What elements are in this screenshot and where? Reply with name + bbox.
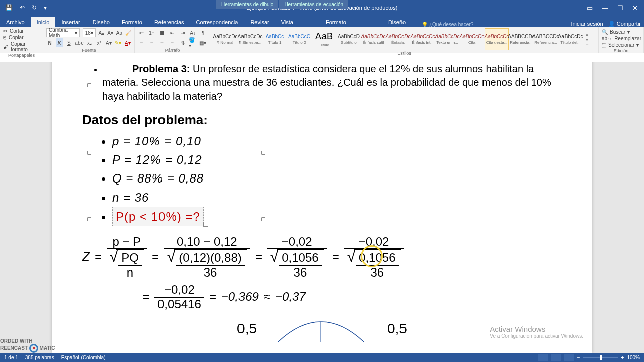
document-area[interactable]: Problema 3: Un profesor de estadística c… bbox=[0, 62, 644, 353]
styles-scroll[interactable]: ▴▾≡ bbox=[586, 28, 589, 50]
sort-icon[interactable]: A↓ bbox=[189, 28, 196, 37]
view-print-icon[interactable] bbox=[551, 354, 561, 361]
textbox-handle[interactable] bbox=[87, 151, 91, 155]
equation-tools-tab[interactable]: Herramientas de ecuación bbox=[279, 0, 348, 9]
bullets-icon[interactable]: •≡ bbox=[138, 28, 145, 37]
numbering-icon[interactable]: 1≡ bbox=[148, 28, 155, 37]
underline-icon[interactable]: S bbox=[65, 38, 72, 47]
style-item[interactable]: AABBCCDcReferencia... bbox=[509, 28, 533, 50]
drawing-tools-tab[interactable]: Herramientas de dibujo bbox=[216, 0, 278, 9]
find-button[interactable]: 🔍 Buscar ▾ bbox=[602, 29, 640, 35]
textbox-handle[interactable] bbox=[87, 83, 91, 87]
group-font-label: Fuente bbox=[46, 47, 131, 53]
borders-icon[interactable]: ▦▾ bbox=[199, 38, 207, 47]
maximize-icon[interactable]: ☐ bbox=[617, 4, 623, 12]
style-item[interactable]: AaBbCcDcÉnfasis sutil bbox=[361, 28, 385, 50]
equation-selected[interactable]: P(p < 10%) =? bbox=[112, 207, 204, 226]
format-painter-button[interactable]: 🖌 Copiar formato bbox=[3, 41, 40, 52]
style-item[interactable]: AABBCCDcReferencia... bbox=[534, 28, 558, 50]
multilevel-icon[interactable]: ≣ bbox=[158, 28, 166, 37]
change-case-icon[interactable]: Aa bbox=[116, 28, 122, 37]
font-name-combo[interactable]: Cambria Math ▾ bbox=[46, 28, 80, 37]
shading-icon[interactable]: 🪣▾ bbox=[189, 38, 196, 47]
highlight-icon[interactable]: ✎▾ bbox=[115, 38, 122, 47]
shrink-font-icon[interactable]: A▾ bbox=[107, 28, 114, 37]
decrease-indent-icon[interactable]: ⇤ bbox=[169, 28, 176, 37]
status-bar: 1 de 1 385 palabras Español (Colombia) −… bbox=[0, 353, 644, 362]
style-item[interactable]: AaBbCcDSubtítulo bbox=[337, 28, 361, 50]
textbox-handle[interactable] bbox=[87, 217, 91, 221]
style-item[interactable]: AaBbCcCTítulo 2 bbox=[287, 28, 311, 50]
style-item[interactable]: AaBTítulo bbox=[312, 28, 336, 50]
undo-icon[interactable]: ↶ bbox=[20, 4, 25, 11]
tab-insertar[interactable]: Insertar bbox=[55, 17, 86, 27]
titlebar: 💾 ↶ ↻ ▾ Ejemplo Actividad 4 - Word (Erro… bbox=[0, 0, 644, 15]
tab-referencias[interactable]: Referencias bbox=[148, 17, 190, 27]
ribbon-options-icon[interactable]: ▭ bbox=[587, 4, 593, 12]
strike-icon[interactable]: abc bbox=[75, 38, 83, 47]
sign-in-link[interactable]: Iniciar sesión bbox=[571, 21, 603, 27]
font-color-icon[interactable]: A▾ bbox=[124, 38, 131, 47]
zoom-slider[interactable] bbox=[583, 357, 618, 358]
line-spacing-icon[interactable]: ⇅ bbox=[179, 38, 186, 47]
tab-correspondencia[interactable]: Correspondencia bbox=[190, 17, 245, 27]
tell-me-input[interactable]: 💡 ¿Qué desea hacer? bbox=[422, 22, 473, 27]
group-clipboard-label: Portapapeles bbox=[3, 52, 40, 58]
clear-format-icon[interactable]: 🧹 bbox=[125, 28, 131, 37]
data-list: p = 10% = 0,10 P = 12% = 0,12 Q = 88% = … bbox=[102, 132, 572, 226]
grow-font-icon[interactable]: A▴ bbox=[98, 28, 105, 37]
zoom-out-icon[interactable]: − bbox=[577, 355, 580, 360]
superscript-icon[interactable]: x² bbox=[96, 38, 103, 47]
bold-icon[interactable]: N bbox=[46, 38, 53, 47]
font-size-combo[interactable]: 18 ▾ bbox=[83, 28, 96, 37]
minimize-icon[interactable]: — bbox=[602, 4, 608, 12]
show-marks-icon[interactable]: ¶ bbox=[199, 28, 207, 37]
style-item[interactable]: AaBbCcDc¶ Normal bbox=[213, 28, 237, 50]
style-item[interactable]: AaBbCcDcÉnfasis int... bbox=[411, 28, 435, 50]
view-web-icon[interactable] bbox=[564, 354, 574, 361]
italic-icon[interactable]: K bbox=[56, 38, 63, 47]
subscript-icon[interactable]: x₂ bbox=[86, 38, 93, 47]
copy-button[interactable]: ⎘ Copiar bbox=[3, 35, 40, 40]
select-button[interactable]: ⬚ Seleccionar ▾ bbox=[602, 42, 640, 48]
text-effects-icon[interactable]: A▾ bbox=[105, 38, 112, 47]
tab-diseno-eq[interactable]: Diseño bbox=[382, 17, 412, 27]
align-left-icon[interactable]: ≡ bbox=[138, 38, 145, 47]
word-count[interactable]: 385 palabras bbox=[25, 355, 54, 360]
tab-diseno[interactable]: Diseño bbox=[87, 17, 116, 27]
cut-button[interactable]: ✂ Cortar bbox=[3, 28, 40, 34]
save-icon[interactable]: 💾 bbox=[5, 4, 13, 11]
align-center-icon[interactable]: ≡ bbox=[148, 38, 155, 47]
justify-icon[interactable]: ≡ bbox=[169, 38, 176, 47]
page-indicator[interactable]: 1 de 1 bbox=[4, 355, 18, 360]
textbox-handle[interactable] bbox=[261, 151, 265, 155]
style-item[interactable]: AaBbCcDc¶ Sin espa... bbox=[238, 28, 262, 50]
view-read-icon[interactable] bbox=[538, 354, 548, 361]
zoom-in-icon[interactable]: + bbox=[621, 355, 624, 360]
tab-archivo[interactable]: Archivo bbox=[0, 17, 31, 27]
style-item[interactable]: AaBbCcDcCita desta... bbox=[485, 28, 509, 50]
zoom-level[interactable]: 100% bbox=[627, 355, 640, 360]
qat-more-icon[interactable]: ▾ bbox=[44, 4, 47, 11]
textbox-handle[interactable] bbox=[261, 217, 265, 221]
align-right-icon[interactable]: ≡ bbox=[158, 38, 166, 47]
style-item[interactable]: AaBbCcDcCita bbox=[460, 28, 484, 50]
redo-icon[interactable]: ↻ bbox=[32, 4, 37, 11]
increase-indent-icon[interactable]: ⇥ bbox=[179, 28, 186, 37]
tab-formato[interactable]: Formato bbox=[116, 17, 148, 27]
style-item[interactable]: AaBbCcDcÉnfasis bbox=[386, 28, 410, 50]
tab-revisar[interactable]: Revisar bbox=[244, 17, 275, 27]
recorder-watermark: ORDED WITH REENCAST MATIC bbox=[0, 338, 55, 353]
close-icon[interactable]: ✕ bbox=[632, 4, 638, 12]
tab-vista[interactable]: Vista bbox=[275, 17, 299, 27]
tab-inicio[interactable]: Inicio bbox=[31, 17, 56, 27]
style-item[interactable]: AaBbCcDcTítulo del... bbox=[558, 28, 583, 50]
language-indicator[interactable]: Español (Colombia) bbox=[61, 355, 106, 360]
styles-gallery[interactable]: AaBbCcDc¶ NormalAaBbCcDc¶ Sin espa...AaB… bbox=[213, 28, 583, 50]
tab-formato-draw[interactable]: Formato bbox=[319, 17, 352, 27]
cursor-highlight: I bbox=[361, 245, 383, 267]
share-button[interactable]: 👤 Compartir bbox=[608, 21, 641, 27]
style-item[interactable]: AaBbCcDcTexto en n... bbox=[435, 28, 459, 50]
style-item[interactable]: AaBbCcTítulo 1 bbox=[263, 28, 287, 50]
replace-button[interactable]: ab↔ Reemplazar bbox=[602, 36, 640, 41]
